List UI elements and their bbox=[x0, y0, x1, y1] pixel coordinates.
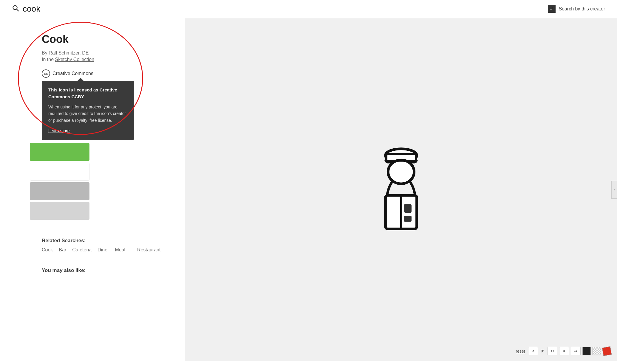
icon-preview-panel: reset ↺ 0° ↻ ⇕ ⇔ › bbox=[185, 18, 617, 361]
rotation-value: 0° bbox=[540, 349, 546, 353]
color-swatches bbox=[30, 143, 173, 220]
related-link-meal[interactable]: Meal bbox=[115, 247, 125, 253]
license-tooltip: This icon is licensed as Creative Common… bbox=[42, 81, 134, 140]
preview-toolbar: reset ↺ 0° ↻ ⇕ ⇔ bbox=[516, 347, 611, 355]
related-section: Related Searches: Cook Bar Cafeteria Din… bbox=[42, 238, 173, 253]
icon-collection: In the Sketchy Collection bbox=[42, 57, 173, 62]
swatch-white[interactable] bbox=[30, 163, 89, 181]
rotate-right-button[interactable]: ↻ bbox=[548, 347, 557, 355]
icon-preview-area bbox=[185, 18, 617, 361]
related-title: Related Searches: bbox=[42, 238, 173, 244]
license-label: Creative Commons bbox=[52, 71, 93, 76]
swatch-light-gray[interactable] bbox=[30, 202, 89, 220]
related-link-bar[interactable]: Bar bbox=[59, 247, 66, 253]
resize-horizontal-icon: ⇔ bbox=[574, 349, 577, 353]
license-badge[interactable]: cc Creative Commons bbox=[42, 69, 173, 78]
creative-commons-icon: cc bbox=[42, 69, 50, 78]
right-edge-toggle[interactable]: › bbox=[611, 181, 617, 199]
search-icon bbox=[12, 4, 19, 13]
rotate-right-icon: ↻ bbox=[551, 349, 554, 353]
color-black-swatch[interactable] bbox=[582, 347, 591, 355]
icon-title: Cook bbox=[42, 33, 173, 46]
swatch-gray[interactable] bbox=[30, 182, 89, 200]
icon-author: By Ralf Schmitzer, DE bbox=[42, 50, 173, 56]
search-input[interactable] bbox=[23, 4, 548, 14]
cook-icon-display bbox=[359, 130, 443, 249]
learn-more-link[interactable]: Learn more bbox=[48, 128, 70, 133]
color-red-swatch[interactable] bbox=[602, 346, 612, 356]
search-bar: ✓ Search by this creator bbox=[0, 0, 617, 18]
search-by-creator-checkbox[interactable]: ✓ bbox=[548, 5, 556, 13]
also-like-section: You may also like: bbox=[42, 267, 173, 273]
rotate-left-icon: ↺ bbox=[531, 349, 535, 353]
resize-vertical-button[interactable]: ⇕ bbox=[559, 347, 569, 355]
resize-vertical-icon: ⇕ bbox=[562, 349, 566, 353]
related-links: Cook Bar Cafeteria Diner Meal Restaurant bbox=[42, 247, 173, 253]
tooltip-body: When using it for any project, you are r… bbox=[48, 104, 128, 124]
color-checker-swatch[interactable] bbox=[593, 347, 601, 355]
related-link-cafeteria[interactable]: Cafeteria bbox=[72, 247, 92, 253]
reset-button[interactable]: reset bbox=[516, 349, 525, 354]
left-panel: Cook By Ralf Schmitzer, DE In the Sketch… bbox=[0, 18, 185, 361]
search-by-creator-label: Search by this creator bbox=[559, 6, 605, 12]
svg-point-4 bbox=[388, 160, 414, 184]
svg-line-1 bbox=[17, 9, 18, 11]
main-layout: Cook By Ralf Schmitzer, DE In the Sketch… bbox=[0, 18, 617, 361]
collection-prefix: In the bbox=[42, 57, 55, 62]
collection-link[interactable]: Sketchy Collection bbox=[55, 57, 94, 62]
swatch-green[interactable] bbox=[30, 143, 89, 161]
tooltip-title: This icon is licensed as Creative Common… bbox=[48, 87, 128, 100]
search-by-creator: ✓ Search by this creator bbox=[548, 5, 605, 13]
related-link-restaurant[interactable]: Restaurant bbox=[137, 247, 160, 253]
svg-rect-8 bbox=[404, 216, 412, 222]
related-link-diner[interactable]: Diner bbox=[98, 247, 109, 253]
related-link-cook[interactable]: Cook bbox=[42, 247, 53, 253]
license-section: cc Creative Commons This icon is license… bbox=[42, 69, 173, 220]
cook-svg bbox=[364, 138, 438, 242]
rotate-left-button[interactable]: ↺ bbox=[528, 347, 538, 355]
also-like-title: You may also like: bbox=[42, 267, 173, 273]
resize-horizontal-button[interactable]: ⇔ bbox=[571, 347, 581, 355]
svg-rect-7 bbox=[404, 204, 412, 213]
